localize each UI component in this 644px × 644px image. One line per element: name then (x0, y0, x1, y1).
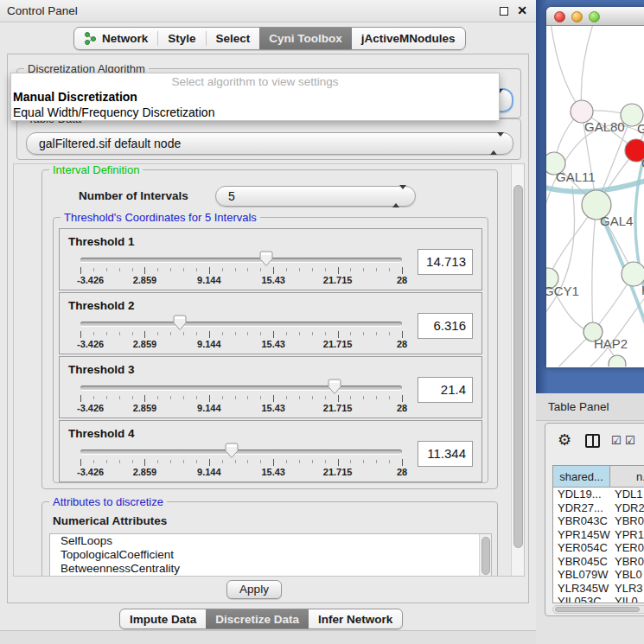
close-icon[interactable]: ✕ (517, 3, 527, 17)
slider-handle[interactable] (225, 443, 239, 459)
dropdown-placeholder: Select algorithm to view settings (11, 73, 499, 89)
float-window-icon[interactable] (500, 7, 508, 16)
tick-label: -3.426 (77, 275, 104, 285)
tick-label: 15.43 (261, 339, 285, 349)
attributes-list-scrollbar[interactable] (479, 534, 491, 577)
slider-major-tick (144, 331, 145, 338)
slider-handle[interactable] (259, 251, 273, 267)
numerical-attributes-list[interactable]: SelfLoopsTopologicalCoefficientBetweenne… (49, 533, 492, 577)
tick-label: 15.43 (261, 403, 285, 413)
threshold-slider[interactable]: -3.4262.8599.14415.4321.71528 (80, 357, 402, 419)
tab-infer-network[interactable]: Infer Network (309, 609, 402, 628)
attribute-list-item[interactable]: BetweennessCentrality (50, 562, 491, 576)
slider-handle[interactable] (328, 379, 341, 395)
checkbox-icon[interactable]: ☑ (625, 434, 635, 447)
table-row[interactable]: YIL053CYIL0 (553, 595, 644, 603)
cell-shared-name[interactable]: YBR045C (553, 555, 610, 569)
number-of-intervals-combobox[interactable]: 5 (215, 186, 416, 207)
tick-label: 9.144 (197, 339, 221, 349)
network-canvas[interactable]: GAL80 GA C GAL11 GAL4 GCY1 H HAP2 (546, 26, 644, 367)
slider-major-tick (80, 395, 81, 402)
table-row[interactable]: YDL19...YDL1 (553, 488, 644, 501)
tick-label: 15.43 (261, 275, 285, 285)
tick-label: 2.859 (133, 275, 157, 285)
tab-discretize-data[interactable]: Discretize Data (206, 609, 309, 628)
attribute-list-item[interactable]: SelfLoops (50, 534, 491, 548)
column-header-name[interactable]: n... (610, 466, 644, 487)
table-row[interactable]: YBR043CYBR0 (553, 514, 644, 528)
column-header-shared-name[interactable]: shared... (553, 466, 610, 487)
threshold-slider[interactable]: -3.4262.8599.14415.4321.71528 (80, 229, 402, 291)
table-row[interactable]: YER054CYER0 (553, 541, 644, 555)
table-row[interactable]: YDR27...YDR2 (553, 501, 644, 515)
threshold-value-field[interactable]: 6.316 (418, 313, 473, 339)
tab-select[interactable]: Select (207, 28, 260, 49)
slider-handle[interactable] (173, 315, 187, 331)
panel-title: Control Panel (7, 4, 78, 17)
table-row[interactable]: YBR045CYBR0 (553, 555, 644, 569)
checkbox-icon[interactable]: ☑ (611, 434, 622, 447)
scrollbar-thumb[interactable] (513, 185, 523, 548)
dropdown-option-manual-discretization[interactable]: Manual Discretization (11, 89, 499, 105)
table-row[interactable]: YBL079WYBL0 (553, 568, 644, 582)
threshold-value-field[interactable]: 21.4 (418, 377, 473, 403)
close-traffic-light-icon[interactable] (554, 11, 565, 22)
scrollbar-thumb[interactable] (555, 607, 640, 612)
dropdown-option-equal-width-frequency[interactable]: Equal Width/Frequency Discretization (11, 105, 499, 120)
apply-button[interactable]: Apply (226, 580, 282, 599)
interval-definition-label: Interval Definition (49, 163, 143, 176)
slider-track[interactable] (80, 258, 402, 262)
cell-name[interactable]: YDL1 (610, 488, 644, 501)
table-row[interactable]: YLR345WYLR3 (553, 582, 644, 596)
cell-shared-name[interactable]: YBL079W (553, 568, 610, 582)
table-horizontal-scrollbar[interactable] (552, 605, 644, 614)
cell-name[interactable]: YBR0 (610, 514, 644, 528)
tick-label: 28 (397, 275, 407, 285)
node-bottom-partial[interactable] (609, 355, 626, 367)
cell-shared-name[interactable]: YDL19... (553, 488, 610, 501)
cell-name[interactable]: YBL0 (610, 568, 644, 582)
cell-shared-name[interactable]: YIL053C (553, 595, 610, 603)
threshold-slider[interactable]: -3.4262.8599.14415.4321.71528 (80, 421, 402, 483)
slider-track[interactable] (80, 386, 402, 390)
table-data-combobox[interactable]: galFiltered.sif default node (26, 132, 513, 155)
cell-shared-name[interactable]: YDR27... (553, 501, 610, 515)
tab-style[interactable]: Style (158, 28, 205, 49)
cell-name[interactable]: YIL0 (610, 595, 644, 603)
table-body: YDL19...YDL1YDR27...YDR2YBR043CYBR0YPR14… (553, 488, 644, 603)
cell-shared-name[interactable]: YER054C (553, 541, 610, 555)
cell-name[interactable]: YLR3 (610, 582, 644, 596)
slider-track[interactable] (80, 450, 402, 454)
cell-name[interactable]: YER0 (610, 541, 644, 555)
tab-label: Style (168, 32, 195, 45)
slider-track[interactable] (80, 322, 402, 326)
tab-jactivemnodules[interactable]: jActiveMNodules (352, 28, 465, 49)
cell-name[interactable]: YBR0 (610, 555, 644, 569)
number-of-intervals-value: 5 (228, 189, 235, 203)
cell-name[interactable]: YPR1 (610, 528, 644, 542)
threshold-value-field[interactable]: 14.713 (418, 249, 473, 275)
settings-scrollbar[interactable] (511, 164, 524, 576)
node-attribute-table[interactable]: shared... n... YDL19...YDL1YDR27...YDR2Y… (552, 465, 644, 603)
table-row[interactable]: YPR145WYPR1 (553, 528, 644, 542)
scrollbar-thumb[interactable] (481, 537, 490, 575)
column-layout-icon[interactable] (585, 434, 600, 448)
cell-shared-name[interactable]: YBR043C (553, 514, 610, 528)
slider-major-tick (209, 331, 210, 338)
attribute-list-item[interactable]: TopologicalCoefficient (50, 548, 491, 562)
threshold-value-field[interactable]: 11.344 (418, 441, 473, 467)
cell-name[interactable]: YDR2 (610, 501, 644, 515)
cell-shared-name[interactable]: YPR145W (553, 528, 610, 542)
threshold-row: Threshold 3 -3.4262.8599.14415.4321.7152… (59, 356, 482, 418)
threshold-slider[interactable]: -3.4262.8599.14415.4321.71528 (80, 293, 402, 355)
tab-impute-data[interactable]: Impute Data (120, 609, 206, 628)
zoom-traffic-light-icon[interactable] (589, 11, 600, 22)
network-window-titlebar[interactable] (546, 7, 644, 26)
tick-label: -3.426 (77, 403, 104, 413)
tab-cyni-toolbox[interactable]: Cyni Toolbox (259, 28, 352, 49)
gear-icon[interactable]: ⚙ (558, 430, 571, 450)
slider-major-tick (338, 331, 339, 338)
tab-network[interactable]: Network (74, 28, 157, 49)
minimize-traffic-light-icon[interactable] (571, 11, 583, 22)
cell-shared-name[interactable]: YLR345W (553, 582, 610, 596)
